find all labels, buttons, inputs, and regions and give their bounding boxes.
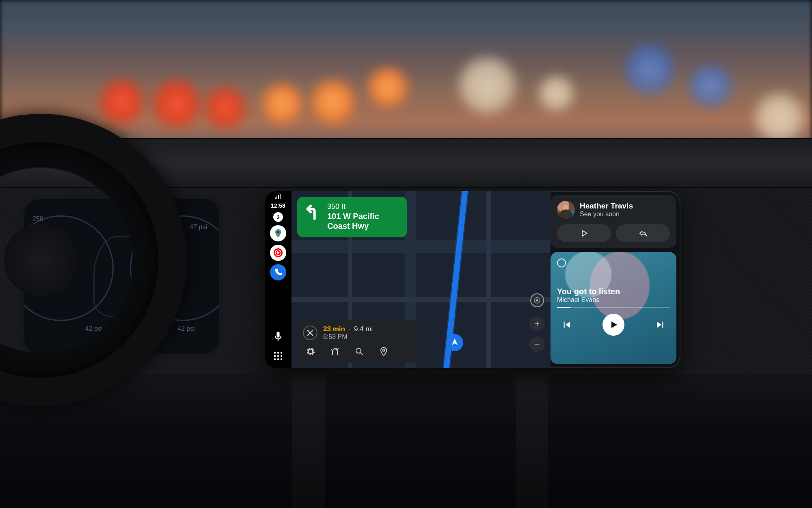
bokeh-light: [686, 61, 735, 110]
eta-panel: 23 min · 9.4 mi 6:58 PM: [297, 320, 419, 363]
svg-rect-3: [276, 332, 279, 337]
media-card[interactable]: You got to listen Michael Evans: [551, 252, 676, 364]
svg-point-6: [281, 352, 282, 354]
gauge-tick: 42 psi: [177, 325, 195, 332]
svg-point-4: [274, 352, 276, 354]
messages-app-badge-icon: [568, 211, 575, 219]
play-icon: [609, 320, 618, 330]
infotainment-screen: 12:58 3: [265, 191, 680, 368]
map-canvas[interactable]: 350 ft 101 W Pacific Coast Hwy 23 min · …: [292, 191, 551, 368]
bokeh-light: [621, 41, 678, 98]
message-card[interactable]: Heather Travis See you soon: [551, 195, 676, 248]
phone-icon: [274, 268, 283, 277]
search-icon: [354, 347, 364, 356]
svg-point-12: [281, 358, 282, 360]
app-youtube-music-button[interactable]: [270, 245, 286, 261]
play-pause-button[interactable]: [603, 314, 624, 336]
crosshair-icon: [530, 293, 544, 307]
app-phone-button[interactable]: [270, 264, 286, 280]
message-preview: See you soon: [580, 211, 633, 218]
nav-settings-button[interactable]: [304, 345, 317, 358]
signal-icon: [274, 194, 282, 199]
mic-icon: [274, 332, 282, 341]
maps-icon: [273, 228, 283, 238]
track-artist: Michael Evans: [557, 296, 670, 304]
zoom-in-button[interactable]: +: [529, 316, 545, 332]
previous-track-button[interactable]: [561, 319, 572, 330]
bokeh-light: [365, 65, 410, 110]
message-sender: Heather Travis: [580, 202, 633, 211]
turn-left-icon: [303, 202, 322, 221]
recenter-button[interactable]: [529, 293, 545, 308]
reply-button[interactable]: [616, 224, 670, 242]
skip-previous-icon: [561, 319, 572, 330]
album-art: [551, 252, 676, 364]
close-navigation-button[interactable]: [303, 326, 317, 340]
app-launcher-button[interactable]: [270, 348, 286, 364]
status-clock: 12:58: [271, 202, 285, 209]
gear-icon: [306, 347, 315, 356]
svg-point-5: [277, 352, 279, 354]
console-strut: [292, 374, 325, 508]
eta-duration: 23 min: [323, 325, 345, 333]
svg-point-11: [277, 358, 279, 360]
media-source-icon: [557, 258, 566, 267]
zoom-out-button[interactable]: −: [529, 336, 545, 352]
places-button[interactable]: [378, 345, 390, 358]
close-icon: [307, 330, 313, 336]
alternate-routes-button[interactable]: [329, 345, 341, 358]
bokeh-light: [203, 85, 248, 130]
skip-next-icon: [655, 319, 666, 330]
apps-grid-icon: [274, 352, 283, 360]
svg-point-15: [536, 299, 538, 302]
svg-point-14: [383, 350, 385, 352]
svg-point-10: [274, 358, 276, 360]
bokeh-light: [97, 77, 146, 126]
eta-distance: 9.4 mi: [354, 325, 373, 333]
dashboard-lower: [0, 374, 812, 508]
pin-icon: [379, 347, 389, 356]
contact-avatar: [557, 201, 575, 219]
play-message-button[interactable]: [557, 224, 611, 242]
console-strut: [516, 374, 548, 508]
current-location-marker: [446, 334, 463, 351]
bokeh-light: [455, 53, 520, 118]
right-column: Heather Travis See you soon You got to l…: [551, 191, 680, 368]
playback-progress[interactable]: [557, 307, 670, 308]
play-outline-icon: [581, 230, 588, 237]
reply-icon: [639, 230, 647, 237]
notification-badge[interactable]: 3: [273, 212, 283, 222]
turn-road-line1: 101 W Pacific: [327, 211, 379, 221]
youtube-music-icon: [273, 247, 283, 258]
turn-road-line2: Coast Hwy: [327, 221, 379, 231]
svg-point-8: [277, 355, 279, 357]
bokeh-light: [536, 73, 577, 114]
app-maps-button[interactable]: [270, 225, 286, 241]
svg-point-7: [274, 355, 276, 357]
gauge-tick: 47 psi: [190, 224, 207, 231]
track-title: You got to listen: [557, 287, 670, 296]
bokeh-light: [751, 89, 808, 146]
search-button[interactable]: [353, 345, 365, 358]
turn-distance: 350 ft: [327, 202, 379, 211]
nav-rail: 12:58 3: [265, 191, 292, 368]
bokeh-light: [309, 77, 357, 126]
svg-point-13: [356, 348, 361, 353]
routes-icon: [330, 347, 340, 356]
eta-text: 23 min · 9.4 mi 6:58 PM: [323, 325, 373, 341]
svg-point-9: [281, 355, 282, 357]
bokeh-light: [150, 77, 203, 130]
turn-card[interactable]: 350 ft 101 W Pacific Coast Hwy: [297, 197, 407, 237]
eta-arrival: 6:58 PM: [323, 333, 373, 341]
next-track-button[interactable]: [655, 319, 666, 330]
svg-point-0: [277, 231, 279, 233]
bokeh-light: [260, 81, 304, 126]
assistant-button[interactable]: [270, 328, 286, 345]
